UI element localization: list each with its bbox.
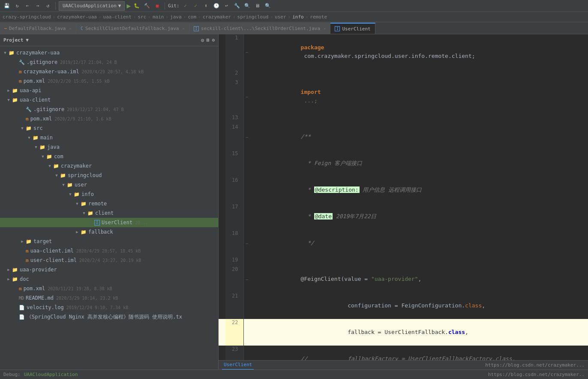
tree-item-crazymaker-iml[interactable]: m crazymaker-uaa.iml 2020/4/29 20:57, 4.… — [0, 67, 218, 76]
fold-13 — [243, 114, 250, 123]
line-code-16[interactable]: * @description: 用户信息 远程调用接口 — [250, 177, 588, 203]
tree-item-uaa-api[interactable]: ▶ 📁 uaa-api — [0, 86, 218, 95]
tab-close-seckill-fallback[interactable]: ✕ — [182, 27, 184, 31]
save-button[interactable]: 💾 — [3, 2, 11, 10]
debug-button[interactable]: 🐛 — [132, 2, 141, 10]
sidebar-collapse-icon[interactable]: ⊞ — [207, 37, 210, 43]
fold-18[interactable]: – — [243, 230, 250, 256]
tree-item-uaa-client[interactable]: ▼ 📁 uaa-client — [0, 95, 218, 105]
tree-item-velocity[interactable]: 📄 velocity.log 2019/12/24 9:10, 7.34 kB — [0, 303, 218, 312]
tree-item-java[interactable]: ▼ 📁 java — [0, 142, 218, 152]
line-code-19[interactable] — [250, 256, 588, 266]
line-code-3[interactable]: import ...; — [250, 79, 588, 114]
tree-item-gitignore-client[interactable]: 🔧 .gitignore 2019/12/17 21:04, 47 B — [0, 105, 218, 114]
tree-item-pom-main[interactable]: m pom.xml 2020/11/21 19:28, 8.38 kB — [0, 284, 218, 293]
fold-20[interactable]: – — [243, 266, 250, 292]
tree-item-user-client-iml[interactable]: m user-client.iml 2020/2/4 23:27, 20.19 … — [0, 256, 218, 265]
tree-item-uaa-client-iml[interactable]: m uaa-client.iml 2020/4/29 20:57, 18.45 … — [0, 246, 218, 256]
git-check-button[interactable]: ✓ — [181, 2, 190, 10]
tree-item-pom-root[interactable]: m pom.xml 2020/2/20 15:05, 1.55 kB — [0, 76, 218, 86]
tree-item-main[interactable]: ▼ 📁 main — [0, 133, 218, 142]
tree-item-springcloud-book[interactable]: 📄 《SpringCloud Nginx 高并发核心编程》随书源码 使用说明.t… — [0, 312, 218, 322]
search-button[interactable]: 🔍 — [264, 2, 272, 10]
tree-meta-gitignore-root: 2019/12/17 21:04, 24 B — [60, 60, 117, 65]
tree-item-src[interactable]: ▼ 📁 src — [0, 123, 218, 133]
git-push-button[interactable]: ✓ — [192, 2, 200, 10]
line-code-20[interactable]: @FeignClient(value = "uaa-provider", — [250, 266, 588, 292]
bc-java[interactable]: java — [170, 14, 182, 20]
tools-button[interactable]: 🔧 — [233, 2, 241, 10]
tree-meta-pom-client: 2020/2/9 21:10, 1.6 kB — [54, 117, 111, 121]
tree-item-target[interactable]: ▶ 📁 target — [0, 237, 218, 246]
tree-item-user-pkg[interactable]: ▼ 📁 user — [0, 180, 218, 190]
stop-button[interactable]: ■ — [153, 2, 162, 10]
tree-item-uaa-provider[interactable]: ▶ 📁 uaa-provider — [0, 265, 218, 274]
app-run-dropdown[interactable]: UAACloudApplication ▼ — [59, 1, 125, 11]
line-code-2[interactable] — [250, 69, 588, 79]
bc-info[interactable]: info — [292, 14, 304, 20]
tab-seckill-client-fallback[interactable]: C SeckillClientDefaultFallback.java ✕ — [76, 23, 189, 34]
line-code-1[interactable]: package com.crazymaker.springcloud.user.… — [250, 34, 588, 69]
tab-user-client[interactable]: I UserClient — [330, 23, 375, 34]
bc-crazy-springcloud[interactable]: crazy-springcloud — [3, 14, 51, 20]
sidebar-dropdown-icon[interactable]: ▼ — [26, 37, 29, 43]
back-button[interactable]: ← — [23, 2, 32, 10]
sync-button[interactable]: ↻ — [13, 2, 21, 10]
inspect-button[interactable]: 🔍 — [243, 2, 252, 10]
tree-item-pom-client[interactable]: m pom.xml 2020/2/9 21:10, 1.6 kB — [0, 114, 218, 123]
sidebar-locate-icon[interactable]: ◎ — [201, 37, 204, 43]
tree-item-crazymaker-pkg[interactable]: ▼ 📁 crazymaker — [0, 161, 218, 171]
fold-1[interactable]: – — [243, 34, 250, 69]
line-code-13[interactable] — [250, 114, 588, 123]
forward-button[interactable]: → — [33, 2, 42, 10]
tree-item-gitignore-root[interactable]: 🔧 .gitignore 2019/12/17 21:04, 24 B — [0, 57, 218, 67]
git-rollback-button[interactable]: ↩ — [222, 2, 231, 10]
bottom-tab-user-client[interactable]: UserClient — [222, 361, 254, 370]
bc-src[interactable]: src — [138, 14, 146, 20]
bc-remote[interactable]: remote — [310, 14, 327, 20]
tree-item-readme[interactable]: MD README.md 2020/3/29 10:14, 23.2 kB — [0, 293, 218, 303]
tree-item-fallback[interactable]: ▶ 📁 fallback — [0, 227, 218, 237]
tree-item-springcloud-pkg[interactable]: ▼ 📁 springcloud — [0, 171, 218, 180]
tree-item-info-pkg[interactable]: ▼ 📁 info — [0, 190, 218, 199]
tab-close-seckill-order[interactable]: ✕ — [324, 27, 326, 31]
tree-item-doc[interactable]: ▶ 📁 doc — [0, 274, 218, 284]
reload-button[interactable]: ↺ — [44, 2, 52, 10]
tree-item-com[interactable]: ▼ 📁 com — [0, 152, 218, 161]
tree-item-user-client[interactable]: I UserClient 20... — [0, 218, 218, 227]
screen-button[interactable]: 🖥 — [253, 2, 262, 10]
bc-main[interactable]: main — [153, 14, 164, 20]
line-code-21[interactable]: configuration = FeignConfiguration.class… — [250, 292, 588, 319]
line-code-18[interactable]: */ — [250, 230, 588, 256]
bc-springcloud[interactable]: springcloud — [237, 14, 269, 20]
bc-uaa-client[interactable]: uaa-client — [103, 14, 132, 20]
code-scroll[interactable]: 1 – package com.crazymaker.springcloud.u… — [219, 34, 588, 360]
bc-com[interactable]: com — [188, 14, 196, 20]
bc-crazymaker[interactable]: crazymaker — [203, 14, 231, 20]
git-update-button[interactable]: ⬆ — [202, 2, 210, 10]
line-code-17[interactable]: * @date 2019年7月22日 — [250, 203, 588, 230]
sep2 — [165, 2, 165, 10]
sidebar-gear-icon[interactable]: ⚙ — [212, 37, 215, 43]
bc-crazymaker-uaa[interactable]: crazymaker-uaa — [57, 14, 97, 20]
run-button[interactable]: ▶ — [126, 2, 131, 10]
fold-14[interactable]: – — [243, 123, 250, 150]
tree-item-crazymaker-uaa[interactable]: ▼ 📁 crazymaker-uaa — [0, 48, 218, 57]
git-history-button[interactable]: 🕐 — [212, 2, 221, 10]
line-code-22[interactable]: fallback = UserClientFallback.class, — [250, 319, 588, 346]
line-code-14[interactable]: /** — [250, 123, 588, 150]
build-button[interactable]: 🔨 — [143, 2, 151, 10]
line-num-13: 13 — [225, 114, 243, 123]
tab-close-default-fallback[interactable]: ✕ — [69, 27, 71, 31]
tree-item-client-pkg[interactable]: ▼ 📁 client — [0, 208, 218, 218]
fold-3[interactable]: – — [243, 79, 250, 114]
tab-seckill-order-client[interactable]: I seckill-client\...\SeckillOrderClient.… — [189, 23, 331, 34]
bc-user[interactable]: user — [275, 14, 286, 20]
tab-default-fallback[interactable]: — DefaultFallback.java ✕ — [0, 23, 76, 34]
tree-label-uaa-client: uaa-client — [20, 97, 51, 103]
file-icon-user-client-iml: m — [26, 258, 29, 263]
tree-item-remote-pkg[interactable]: ▼ 📁 remote — [0, 199, 218, 208]
arrow-info-pkg: ▼ — [67, 192, 74, 196]
line-code-23[interactable]: // fallbackFactory = UserClientFallbackF… — [250, 346, 588, 360]
line-code-15[interactable]: * Feign 客户端接口 — [250, 150, 588, 177]
